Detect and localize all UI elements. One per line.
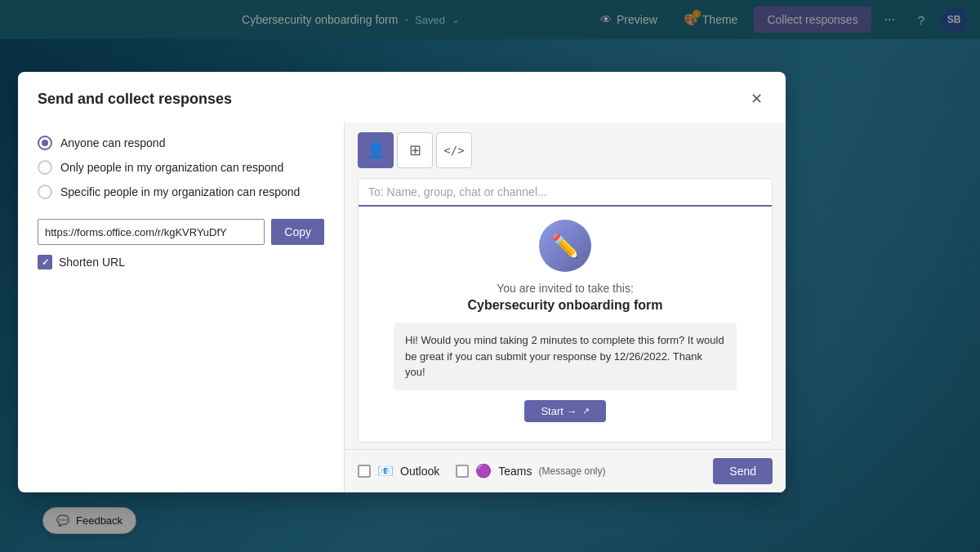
teams-icon: 🟣 — [475, 463, 492, 479]
message-text: Hi! Would you mind taking 2 minutes to c… — [405, 334, 724, 378]
radio-org[interactable]: Only people in my organization can respo… — [38, 160, 324, 175]
tab-share[interactable]: 👤 — [358, 132, 394, 168]
radio-org-label: Only people in my organization can respo… — [60, 161, 283, 174]
to-field — [359, 179, 772, 207]
modal-close-button[interactable]: ✕ — [747, 88, 766, 109]
tab-embed[interactable]: </> — [436, 132, 472, 168]
shorten-url-checkbox[interactable] — [38, 255, 52, 269]
email-composer: ✏️ You are invited to take this: Cyberse… — [358, 178, 773, 443]
teams-checkbox[interactable] — [456, 465, 469, 478]
message-box: Hi! Would you mind taking 2 minutes to c… — [394, 323, 737, 390]
share-icon: 👤 — [367, 141, 385, 159]
invite-text: You are invited to take this: — [497, 282, 634, 295]
send-option-teams[interactable]: 🟣 Teams (Message only) — [456, 463, 605, 479]
send-option-outlook[interactable]: 📧 Outlook — [358, 463, 439, 479]
teams-sub: (Message only) — [538, 465, 605, 477]
shorten-url-row: Shorten URL — [38, 255, 324, 269]
qr-icon: ⊞ — [409, 141, 421, 159]
tab-qr[interactable]: ⊞ — [397, 132, 433, 168]
form-icon-circle: ✏️ — [539, 220, 591, 272]
send-row: 📧 Outlook 🟣 Teams (Message only) Send — [345, 449, 786, 492]
radio-group: Anyone can respond Only people in my org… — [38, 136, 324, 199]
embed-icon: </> — [443, 144, 464, 157]
form-name: Cybersecurity onboarding form — [467, 298, 662, 313]
left-panel: Anyone can respond Only people in my org… — [18, 122, 345, 492]
to-input[interactable] — [368, 185, 762, 198]
right-panel: 👤 ⊞ </> ✏️ — [345, 122, 786, 492]
outlook-checkbox[interactable] — [358, 465, 371, 478]
shorten-url-label: Shorten URL — [59, 256, 125, 269]
teams-label: Teams — [498, 465, 532, 478]
modal-send-collect: Send and collect responses ✕ Anyone can … — [18, 72, 786, 492]
radio-specific-label: Specific people in my organization can r… — [60, 185, 300, 198]
modal-header: Send and collect responses ✕ — [18, 72, 786, 122]
outlook-icon: 📧 — [377, 463, 394, 479]
url-row: Copy — [38, 219, 324, 245]
form-pencil-icon: ✏️ — [551, 233, 580, 260]
radio-anyone-label: Anyone can respond — [60, 136, 165, 149]
modal-title: Send and collect responses — [38, 91, 232, 108]
send-options: 📧 Outlook 🟣 Teams (Message only) — [358, 463, 606, 479]
start-button[interactable]: Start → ↗ — [524, 400, 605, 422]
radio-anyone[interactable]: Anyone can respond — [38, 136, 324, 150]
copy-button[interactable]: Copy — [271, 219, 324, 245]
radio-anyone-circle — [38, 136, 52, 150]
form-preview-card: ✏️ You are invited to take this: Cyberse… — [394, 220, 737, 429]
radio-org-circle — [38, 160, 52, 175]
external-link-icon: ↗ — [582, 406, 590, 416]
url-input[interactable] — [38, 219, 265, 245]
tab-bar: 👤 ⊞ </> — [345, 122, 786, 168]
email-content: ✏️ You are invited to take this: Cyberse… — [359, 207, 772, 442]
radio-specific[interactable]: Specific people in my organization can r… — [38, 185, 324, 199]
start-btn-area: Start → ↗ — [524, 400, 605, 422]
modal-body: Anyone can respond Only people in my org… — [18, 122, 786, 492]
outlook-label: Outlook — [400, 465, 439, 478]
start-label: Start → — [541, 405, 577, 417]
radio-specific-circle — [38, 185, 52, 199]
send-button[interactable]: Send — [713, 458, 773, 484]
